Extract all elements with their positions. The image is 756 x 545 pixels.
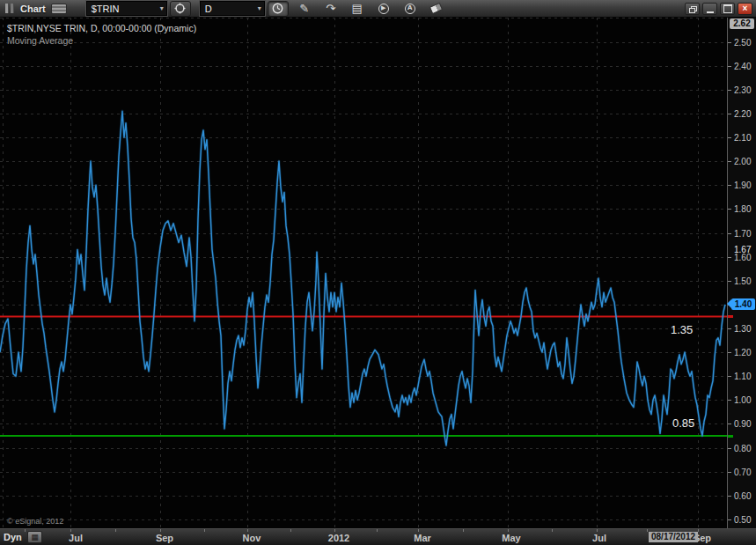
y-axis-tick [728,161,731,162]
maximize-icon [723,4,732,13]
y-axis-label: 0.90 [734,419,751,429]
symbol-combo[interactable]: $TRIN ▾ [86,1,167,16]
x-axis-tick [290,529,291,532]
y-axis-label: 2.50 [734,38,751,48]
y-axis-label: 0.60 [734,491,751,501]
time-axis[interactable]: Dyn ▦ 08/17/2012 JulSepNov2012MarMayJulS… [0,528,756,545]
y-axis-tick [728,448,731,449]
symbol-value: $TRIN [92,4,120,14]
y-axis-tick [728,400,731,401]
time-interval-button[interactable] [268,1,289,17]
titlebar: Chart $TRIN ▾ D ▾ ✎ [0,0,756,18]
window-title: Chart [20,4,46,14]
y-axis-label: 1.20 [734,348,751,357]
x-axis-tick [115,529,116,532]
y-axis-label: 1.50 [734,276,751,286]
y-axis-tick [728,257,731,258]
chart-layout-badge-icon [51,4,67,14]
x-axis-tick [698,529,699,532]
minimize-icon [707,11,714,13]
eraser-icon [429,3,444,15]
high-value-badge: 2.62 [730,18,754,29]
symbol-lookup-button[interactable] [170,1,191,17]
chevron-down-icon[interactable]: ▾ [258,5,261,12]
alert-panel-button[interactable]: ▤ [347,1,368,17]
ma-value-label: 1.67 [734,245,751,254]
restore-button[interactable] [685,3,700,15]
y-axis-tick [728,185,731,186]
red-line-axis-tick [728,315,733,318]
price-plot[interactable] [0,18,727,528]
x-axis-label: Mar [414,533,431,543]
y-axis-label: 2.10 [734,133,751,143]
x-axis-tick [647,529,648,532]
selected-date-badge: 08/17/2012 [649,532,698,542]
x-axis-label: Nov [243,533,261,543]
x-axis-tick [247,529,248,532]
y-axis-tick [728,209,731,210]
x-axis-tick [25,529,26,532]
y-axis-label: 1.90 [734,180,751,190]
interval-combo[interactable]: D ▾ [200,1,265,16]
x-axis-tick [552,529,553,532]
dyn-mode-label: Dyn [4,532,22,542]
green-line-axis-tick [728,435,733,438]
restore-icon [689,6,696,12]
interval-value: D [205,4,212,14]
legend: $TRIN,NYSE TRIN, D, 00:00-00:00 (Dynamic… [7,22,196,47]
x-axis-label: Jul [592,533,606,543]
dyn-settings-button[interactable]: ▦ [27,531,42,543]
chart-window: Chart $TRIN ▾ D ▾ ✎ [0,0,756,545]
y-axis-label: 1.80 [734,204,751,214]
y-axis-tick [728,90,731,91]
y-axis-tick [728,66,731,67]
maximize-button[interactable] [720,3,735,15]
y-axis-tick [728,137,731,138]
x-axis-tick [418,529,419,532]
y-axis-tick [728,114,731,114]
draw-pencil-button[interactable]: ✎ [294,1,315,17]
auto-icon: A [405,4,415,14]
play-icon: ▶ [378,4,389,14]
y-axis-tick [728,519,731,520]
window-controls: × [685,3,752,15]
x-axis-tick [204,529,205,532]
chevron-down-icon[interactable]: ▾ [160,5,164,12]
y-axis-label: 1.00 [734,395,751,405]
last-price-badge: 1.40 [731,298,755,310]
chart-plot-area[interactable]: $TRIN,NYSE TRIN, D, 00:00-00:00 (Dynamic… [0,18,727,528]
y-axis-label: 1.30 [734,324,751,334]
y-axis-tick [728,233,731,234]
y-axis-label: 2.30 [734,85,751,95]
y-axis-tick [728,496,731,497]
clock-icon [272,3,283,14]
redo-arrow-button[interactable]: ↷ [320,1,341,17]
threshold-label[interactable]: 0.85 [672,416,694,430]
y-axis-label: 2.00 [734,157,751,166]
y-axis-tick [728,328,731,329]
window-grip-icon [5,4,14,13]
y-axis-tick [728,42,731,43]
minimize-button[interactable] [702,3,717,15]
y-axis-tick [728,376,731,377]
copyright-label: © eSignal, 2012 [7,517,63,526]
legend-study-line[interactable]: Moving Average [7,34,196,47]
y-axis-label: 2.20 [734,109,751,119]
x-axis-label: May [502,533,520,543]
y-axis-tick [728,472,731,473]
y-axis-label: 0.80 [734,444,751,453]
x-axis-tick [334,529,335,532]
y-axis-label: 1.70 [734,229,751,239]
close-button[interactable]: × [738,3,752,15]
x-axis-tick [463,529,464,532]
eraser-button[interactable] [426,1,447,17]
x-axis-tick [508,529,509,532]
threshold-label[interactable]: 1.35 [671,323,693,336]
play-circle-button[interactable]: ▶ [373,1,394,17]
x-axis-label: Sep [156,533,173,543]
price-axis[interactable]: 2.62 1.67 1.40 0.500.600.700.800.901.001… [727,18,756,528]
x-axis-tick [70,529,71,532]
x-axis-label: 2012 [328,533,349,543]
auto-scale-button[interactable]: A [400,1,421,17]
legend-symbol-line[interactable]: $TRIN,NYSE TRIN, D, 00:00-00:00 (Dynamic… [7,22,196,34]
